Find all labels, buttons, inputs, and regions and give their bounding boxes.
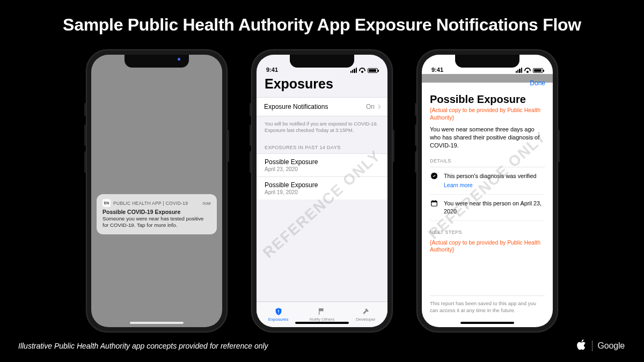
push-notification[interactable]: EN PUBLIC HEALTH APP | COVID-19 now Poss… [97, 194, 217, 234]
notification-time: now [202, 201, 211, 206]
cellular-icon [516, 68, 522, 73]
svg-rect-3 [431, 201, 437, 202]
learn-more-link[interactable]: Learn more [444, 182, 473, 188]
detail-date-text: You were near this person on April 23, 2… [444, 200, 545, 215]
exposure-list-item[interactable]: Possible Exposure April 19, 2020 [257, 176, 387, 200]
calendar-icon [430, 200, 438, 215]
exposure-item-date: April 23, 2020 [265, 166, 379, 172]
tab-developer[interactable]: Developer [344, 302, 387, 327]
shield-icon [274, 307, 283, 316]
flag-icon [317, 307, 327, 316]
cellular-icon [350, 68, 357, 73]
tab-label: Exposures [268, 317, 289, 322]
exposure-item-date: April 19, 2020 [265, 189, 379, 195]
status-time: 9:41 [431, 67, 443, 73]
exposure-item-title: Possible Exposure [265, 158, 379, 166]
wifi-icon [524, 68, 531, 73]
notification-app-name: PUBLIC HEALTH APP | COVID-19 [113, 201, 200, 206]
detail-date-row: You were near this person on April 23, 2… [430, 195, 545, 220]
placeholder-copy-next: {Actual copy to be provided by Public He… [430, 239, 545, 254]
hint-text: You will be notified if you are exposed … [257, 116, 387, 142]
phone-exposures-list: 9:41 Exposures Exposure Notifications On… [251, 49, 393, 333]
phones-row: EN PUBLIC HEALTH APP | COVID-19 now Poss… [0, 49, 644, 333]
svg-rect-0 [278, 310, 279, 312]
tab-label: Developer [356, 317, 375, 322]
notification-body: Someone you were near has tested positiv… [103, 216, 211, 228]
wifi-icon [359, 68, 365, 73]
chevron-right-icon [376, 105, 380, 109]
phone-exposure-detail: 9:41 Done Possible Exposure {Actual copy… [416, 49, 558, 333]
tab-exposures[interactable]: Exposures [257, 302, 300, 327]
status-time: 9:41 [266, 67, 278, 73]
tab-label: Notify Others [310, 317, 335, 322]
home-indicator[interactable] [295, 322, 349, 324]
apple-logo-icon [577, 339, 587, 352]
detail-title: Possible Exposure [430, 93, 545, 106]
battery-icon [368, 68, 378, 73]
status-dot [178, 58, 180, 61]
section-header: EXPOSURES IN PAST 14 DAYS [257, 142, 387, 153]
phone-lockscreen: EN PUBLIC HEALTH APP | COVID-19 now Poss… [86, 49, 228, 333]
exposure-list-item[interactable]: Possible Exposure April 23, 2020 [257, 153, 387, 176]
verified-badge-icon [430, 172, 438, 190]
footnote: This report has been saved to this app a… [430, 295, 545, 314]
toggle-label: Exposure Notifications [264, 103, 328, 110]
detail-verified-text: This person's diagnosis was verified [444, 172, 537, 180]
exposure-notifications-toggle-row[interactable]: Exposure Notifications On [257, 97, 387, 116]
battery-icon [533, 68, 543, 73]
page-title: Exposures [257, 74, 387, 97]
detail-verified-row: This person's diagnosis was verified Lea… [430, 167, 545, 195]
slide-title: Sample Public Health Authority App Expos… [0, 15, 644, 35]
notification-title: Possible COVID-19 Exposure [103, 209, 211, 215]
svg-rect-1 [278, 313, 279, 313]
home-indicator[interactable] [130, 322, 184, 324]
svg-rect-4 [433, 201, 433, 202]
details-header: DETAILS [430, 158, 545, 167]
hammer-icon [361, 307, 370, 316]
notification-app-icon: EN [103, 199, 111, 207]
placeholder-copy-top: {Actual copy to be provided by Public He… [430, 107, 545, 121]
exposure-summary: You were near someone three days ago who… [430, 125, 545, 150]
exposure-item-title: Possible Exposure [265, 181, 379, 189]
toggle-value: On [366, 103, 375, 110]
done-button[interactable]: Done [530, 79, 545, 87]
slide-caption: Illustrative Public Health Authority app… [18, 342, 268, 350]
logo-separator [592, 341, 592, 351]
next-steps-header: NEXT STEPS [430, 230, 545, 238]
partner-logos: Google [577, 339, 625, 352]
svg-rect-5 [435, 201, 436, 202]
google-logo: Google [598, 341, 625, 351]
home-indicator[interactable] [460, 322, 514, 324]
